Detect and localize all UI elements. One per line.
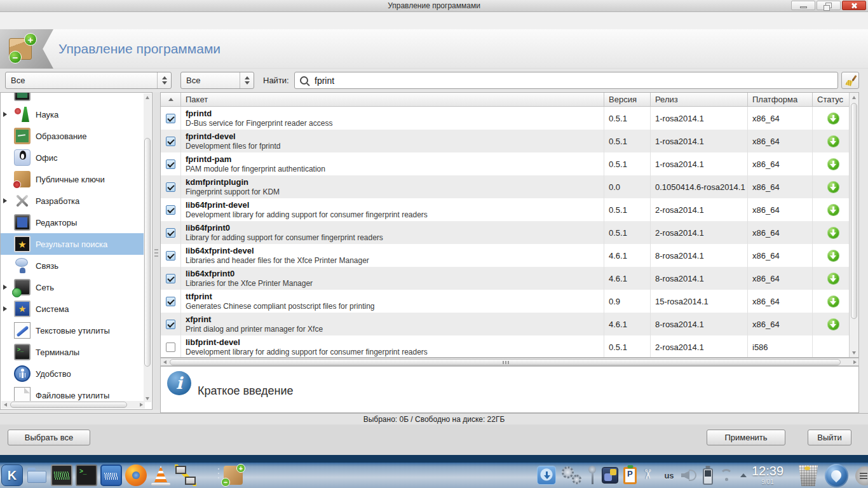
column-header-platform[interactable]: Платформа <box>748 93 813 106</box>
sidebar-category[interactable]: Система <box>1 298 144 320</box>
scrollbar-thumb[interactable] <box>144 138 151 367</box>
sidebar-category[interactable]: Публичные ключи <box>1 168 144 190</box>
package-checkbox[interactable] <box>166 182 175 192</box>
expander-icon[interactable] <box>3 198 9 203</box>
rosa-logo-icon[interactable] <box>825 464 848 487</box>
scrollbar-thumb[interactable] <box>10 402 127 408</box>
firefox-icon[interactable] <box>125 464 147 486</box>
sidebar-category[interactable]: Редакторы <box>1 212 144 233</box>
download-tray-icon[interactable] <box>537 466 556 485</box>
gears-icon[interactable] <box>561 465 583 485</box>
resource-monitor-icon[interactable] <box>100 464 122 486</box>
package-checkbox[interactable] <box>166 205 175 215</box>
package-row[interactable]: xfprint Print dialog and printer manager… <box>161 313 858 336</box>
plasma-widgets-icon[interactable] <box>602 467 618 484</box>
package-row[interactable]: lib64fprint0 Library for adding support … <box>161 221 858 244</box>
quit-button[interactable]: Выйти <box>808 430 851 445</box>
package-checkbox[interactable] <box>166 297 175 306</box>
scroll-up-icon[interactable] <box>850 93 858 101</box>
expander-icon[interactable] <box>3 285 9 290</box>
search-box[interactable] <box>294 72 838 89</box>
pane-splitter[interactable] <box>153 92 160 410</box>
pointer-pin-icon[interactable] <box>588 466 597 485</box>
scroll-left-icon[interactable] <box>1 401 9 409</box>
package-checkbox[interactable] <box>166 137 175 146</box>
sort-column-header[interactable] <box>161 93 181 106</box>
sidebar-category[interactable]: Разработка <box>1 190 144 212</box>
column-header-status[interactable]: Статус <box>813 93 850 106</box>
column-header-release[interactable]: Релиз <box>651 93 748 106</box>
panel-settings-icon[interactable] <box>855 466 868 485</box>
sidebar-category[interactable]: Терминалы <box>1 341 144 363</box>
sidebar-category[interactable]: Результаты поиска <box>1 233 144 255</box>
expander-icon[interactable] <box>3 306 9 311</box>
keyboard-layout-icon[interactable]: us <box>662 466 676 485</box>
sidebar-category[interactable]: Удобство <box>1 363 144 384</box>
vlc-icon[interactable] <box>150 464 172 486</box>
battery-icon[interactable] <box>703 468 713 485</box>
package-row[interactable]: fprintd D-Bus service for Fingerprint re… <box>161 107 858 130</box>
scrollbar-thumb[interactable] <box>170 359 841 365</box>
package-row[interactable]: lib64xfprint-devel Libraries and header … <box>161 244 858 267</box>
sidebar-vertical-scrollbar[interactable] <box>144 93 151 402</box>
clear-search-button[interactable] <box>841 72 859 89</box>
category-filter-dropdown[interactable]: Все <box>5 72 172 89</box>
package-row[interactable]: ttfprint Generates Chinese compliant pos… <box>161 290 858 313</box>
status-filter-dropdown[interactable]: Все <box>180 72 254 89</box>
klipper-icon[interactable] <box>623 467 637 484</box>
package-row[interactable]: lib64xfprint0 Libraries for the Xfce Pri… <box>161 267 858 290</box>
sidebar-category[interactable] <box>1 92 144 104</box>
sidebar-category[interactable]: Связь <box>1 255 144 276</box>
title-bar[interactable]: Управление программами <box>0 0 868 12</box>
system-monitor-icon[interactable] <box>51 464 72 486</box>
launcher-area-right <box>224 464 243 485</box>
package-checkbox[interactable] <box>166 228 175 238</box>
digital-clock[interactable]: 12:39 9/01 <box>745 464 790 485</box>
close-button[interactable] <box>842 1 866 10</box>
package-row[interactable]: libfprint-devel Development library for … <box>161 336 858 358</box>
package-row[interactable]: lib64fprint-devel Development library fo… <box>161 198 858 221</box>
scrollbar-thumb[interactable] <box>851 103 857 319</box>
kde-menu-icon[interactable] <box>1 464 23 486</box>
package-row[interactable]: kdmfprintplugin Fingerprint support for … <box>161 175 858 198</box>
scroll-right-icon[interactable] <box>137 401 145 409</box>
scroll-up-icon[interactable] <box>144 93 151 101</box>
network-connection-icon[interactable] <box>175 464 196 486</box>
apply-button[interactable]: Применить <box>707 430 785 445</box>
expander-icon[interactable] <box>3 112 9 117</box>
package-checkbox[interactable] <box>166 251 175 261</box>
scissors-icon[interactable] <box>642 466 657 485</box>
package-manager-icon[interactable] <box>224 466 243 485</box>
spinner-icon[interactable] <box>157 72 171 88</box>
package-row[interactable]: fprintd-devel Development files for fpri… <box>161 130 858 152</box>
scroll-right-icon[interactable] <box>851 358 858 366</box>
table-horizontal-scrollbar[interactable] <box>160 358 859 366</box>
sidebar-category[interactable]: Наука <box>1 104 144 125</box>
maximize-button[interactable] <box>817 1 841 10</box>
trash-icon[interactable] <box>796 465 820 486</box>
scroll-down-icon[interactable] <box>850 349 858 356</box>
column-header-package[interactable]: Пакет <box>181 93 604 106</box>
spinner-icon[interactable] <box>240 72 254 88</box>
sidebar-category[interactable]: Текстовые утилиты <box>1 320 144 341</box>
package-checkbox[interactable] <box>166 342 175 352</box>
package-row[interactable]: fprintd-pam PAM module for fingerprint a… <box>161 152 858 175</box>
package-checkbox[interactable] <box>166 320 175 329</box>
package-checkbox[interactable] <box>166 274 175 283</box>
wifi-icon[interactable] <box>718 467 735 484</box>
column-header-version[interactable]: Версия <box>604 93 651 106</box>
file-manager-icon[interactable] <box>26 464 48 486</box>
sidebar-category[interactable]: Офис <box>1 147 144 168</box>
table-vertical-scrollbar[interactable] <box>849 93 858 357</box>
sidebar-horizontal-scrollbar[interactable] <box>1 401 145 409</box>
sidebar-category[interactable]: Образование <box>1 125 144 147</box>
search-input[interactable] <box>313 75 832 86</box>
select-all-button[interactable]: Выбрать все <box>8 430 90 445</box>
package-checkbox[interactable] <box>166 114 175 123</box>
sidebar-category[interactable]: Сеть <box>1 276 144 298</box>
terminal-icon[interactable] <box>76 464 97 486</box>
scroll-left-icon[interactable] <box>161 358 168 366</box>
volume-icon[interactable] <box>681 466 698 484</box>
minimize-button[interactable] <box>791 1 815 10</box>
package-checkbox[interactable] <box>166 159 175 169</box>
